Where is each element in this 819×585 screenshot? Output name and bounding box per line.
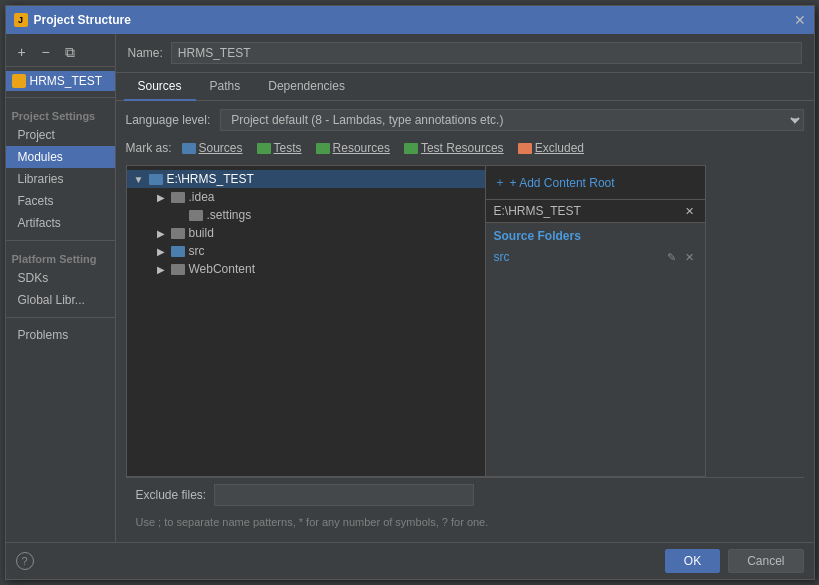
tree-folder-icon-src: [171, 246, 185, 257]
sidebar-item-libraries[interactable]: Libraries: [6, 168, 115, 190]
remove-module-button[interactable]: −: [36, 42, 56, 62]
tree-label-idea: .idea: [189, 190, 215, 204]
name-label: Name:: [128, 46, 163, 60]
sidebar-item-modules[interactable]: Modules: [6, 146, 115, 168]
lang-level-label: Language level:: [126, 113, 211, 127]
remove-source-folder-icon[interactable]: ✕: [683, 250, 697, 264]
excluded-folder-icon: [518, 143, 532, 154]
tree-item-idea[interactable]: ▶ .idea: [127, 188, 485, 206]
mark-as-resources-button[interactable]: Resources: [312, 139, 394, 157]
tab-paths[interactable]: Paths: [196, 73, 255, 101]
hint-text: Use ; to separate name patterns, * for a…: [126, 512, 804, 534]
tree-toggle-src[interactable]: ▶: [155, 245, 167, 257]
sidebar-item-project[interactable]: Project: [6, 124, 115, 146]
tree-label-webcontent: WebContent: [189, 262, 256, 276]
sidebar-item-problems[interactable]: Problems: [6, 324, 115, 346]
sidebar-item-global-libs[interactable]: Global Libr...: [6, 289, 115, 311]
tree-toggle-build[interactable]: ▶: [155, 227, 167, 239]
add-content-root-button[interactable]: ＋ + Add Content Root: [494, 172, 615, 193]
test-resources-folder-icon: [404, 143, 418, 154]
tree-folder-icon-webcontent: [171, 264, 185, 275]
main-content: Name: Sources Paths Dependencies Languag…: [116, 34, 814, 542]
separator-1: [6, 97, 115, 98]
help-button[interactable]: ?: [16, 552, 34, 570]
tree-item-webcontent[interactable]: ▶ WebContent: [127, 260, 485, 278]
close-button[interactable]: ✕: [794, 13, 806, 27]
tab-dependencies[interactable]: Dependencies: [254, 73, 359, 101]
sidebar-item-facets[interactable]: Facets: [6, 190, 115, 212]
tree-label-build: build: [189, 226, 214, 240]
right-panel: ＋ + Add Content Root E:\HRMS_TEST ✕ Sour…: [486, 165, 706, 477]
sidebar-item-sdks[interactable]: SDKs: [6, 267, 115, 289]
right-panel-header: ＋ + Add Content Root: [486, 166, 705, 200]
add-module-button[interactable]: +: [12, 42, 32, 62]
lang-level-row: Language level: Project default (8 - Lam…: [126, 109, 804, 131]
source-folder-name-src: src: [494, 250, 510, 264]
source-folder-actions: ✎ ✕: [665, 250, 697, 264]
source-folder-item-src[interactable]: src ✎ ✕: [486, 247, 705, 267]
sidebar-toolbar: + − ⧉: [6, 38, 115, 67]
mark-as-tests-button[interactable]: Tests: [253, 139, 306, 157]
exclude-row: Exclude files:: [126, 477, 804, 512]
cancel-button[interactable]: Cancel: [728, 549, 803, 573]
ok-button[interactable]: OK: [665, 549, 720, 573]
tree-item-build[interactable]: ▶ build: [127, 224, 485, 242]
tabs-bar: Sources Paths Dependencies: [116, 73, 814, 101]
name-row: Name:: [116, 34, 814, 73]
mark-as-test-resources-button[interactable]: Test Resources: [400, 139, 508, 157]
dialog-footer: ? OK Cancel: [6, 542, 814, 579]
tree-toggle-webcontent[interactable]: ▶: [155, 263, 167, 275]
module-icon: [12, 74, 26, 88]
exclude-label: Exclude files:: [136, 488, 207, 502]
dialog-body: + − ⧉ HRMS_TEST Project Settings Project…: [6, 34, 814, 542]
mark-as-row: Mark as: Sources Tests Resources: [126, 139, 804, 157]
split-pane: ▼ E:\HRMS_TEST ▶ .idea ▶: [126, 165, 804, 477]
tree-item-settings[interactable]: ▶ .settings: [127, 206, 485, 224]
platform-setting-label: Platform Setting: [6, 247, 115, 267]
copy-module-button[interactable]: ⧉: [60, 42, 80, 62]
module-item-hrms[interactable]: HRMS_TEST: [6, 71, 115, 91]
separator-2: [6, 240, 115, 241]
tree-toggle-root[interactable]: ▼: [133, 173, 145, 185]
dialog-title: Project Structure: [34, 13, 131, 27]
tree-folder-icon-settings: [189, 210, 203, 221]
content-root-close-button[interactable]: ✕: [683, 204, 697, 218]
tree-label-settings: .settings: [207, 208, 252, 222]
resources-folder-icon: [316, 143, 330, 154]
tree-folder-icon-root: [149, 174, 163, 185]
module-item-label: HRMS_TEST: [30, 74, 103, 88]
content-root-path-text: E:\HRMS_TEST: [494, 204, 581, 218]
mark-as-sources-button[interactable]: Sources: [178, 139, 247, 157]
title-bar: J Project Structure ✕: [6, 6, 814, 34]
mark-as-label: Mark as:: [126, 141, 172, 155]
sidebar-item-artifacts[interactable]: Artifacts: [6, 212, 115, 234]
exclude-files-input[interactable]: [214, 484, 474, 506]
lang-level-select[interactable]: Project default (8 - Lambdas, type annot…: [220, 109, 803, 131]
file-tree[interactable]: ▼ E:\HRMS_TEST ▶ .idea ▶: [126, 165, 486, 477]
project-structure-dialog: J Project Structure ✕ + − ⧉ HRMS_TEST Pr…: [5, 5, 815, 580]
title-bar-left: J Project Structure: [14, 13, 131, 27]
mark-as-excluded-button[interactable]: Excluded: [514, 139, 588, 157]
content-panel: Language level: Project default (8 - Lam…: [116, 101, 814, 542]
tree-folder-icon-build: [171, 228, 185, 239]
tree-item-root[interactable]: ▼ E:\HRMS_TEST: [127, 170, 485, 188]
sidebar: + − ⧉ HRMS_TEST Project Settings Project…: [6, 34, 116, 542]
source-folders-header: Source Folders: [486, 223, 705, 247]
content-root-path: E:\HRMS_TEST ✕: [486, 200, 705, 223]
tree-label-src: src: [189, 244, 205, 258]
sources-folder-icon: [182, 143, 196, 154]
tests-folder-icon: [257, 143, 271, 154]
tab-sources[interactable]: Sources: [124, 73, 196, 101]
edit-source-folder-icon[interactable]: ✎: [665, 250, 679, 264]
tree-label-root: E:\HRMS_TEST: [167, 172, 254, 186]
add-icon: ＋: [494, 174, 506, 191]
tree-folder-icon-idea: [171, 192, 185, 203]
tree-item-src[interactable]: ▶ src: [127, 242, 485, 260]
dialog-icon: J: [14, 13, 28, 27]
project-settings-label: Project Settings: [6, 104, 115, 124]
tree-toggle-idea[interactable]: ▶: [155, 191, 167, 203]
name-input[interactable]: [171, 42, 802, 64]
lang-select-wrapper: Project default (8 - Lambdas, type annot…: [220, 109, 803, 131]
separator-3: [6, 317, 115, 318]
